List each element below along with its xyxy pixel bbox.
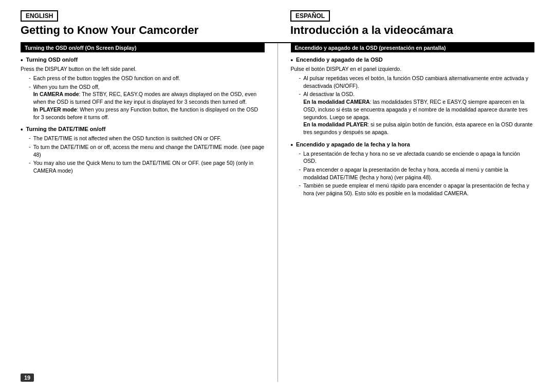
osd-dash-2: When you turn the OSD off, In CAMERA mod… bbox=[21, 83, 265, 121]
datetime-section: Turning the DATE/TIME on/off The DATE/TI… bbox=[21, 126, 265, 174]
datetime-es-dash-2-text: Para encender o apagar la presentación d… bbox=[303, 166, 534, 181]
osd-dash-2-label: When you turn the OSD off, bbox=[33, 84, 100, 90]
datetime-bullet-label: Turning the DATE/TIME on/off bbox=[26, 126, 106, 132]
datetime-es-bullet-label: Encendido y apagado de la fecha y la hor… bbox=[296, 141, 410, 147]
osd-dash-1: Each press of the button toggles the OSD… bbox=[21, 74, 265, 82]
osd-es-dash-2-label: Al desactivar la OSD. bbox=[303, 91, 355, 97]
datetime-dash-3: You may also use the Quick Menu to turn … bbox=[21, 159, 265, 174]
page-container: ENGLISH Getting to Know Your Camcorder E… bbox=[0, 0, 555, 392]
osd-es-bullet-label: Encendido y apagado de la OSD bbox=[296, 57, 383, 63]
datetime-dash-2: To turn the DATE/TIME on or off, access … bbox=[21, 143, 265, 158]
english-badge: ENGLISH bbox=[21, 10, 58, 22]
english-section-title: Getting to Know Your Camcorder bbox=[21, 24, 265, 37]
player-es-bold: En la modalidad PLAYER bbox=[303, 121, 367, 127]
camera-es-bold: En la modalidad CAMERA bbox=[303, 99, 370, 105]
osd-intro: Press the DISPLAY button on the left sid… bbox=[21, 65, 265, 73]
datetime-es-dash-3-text: También se puede emplear el menú rápido … bbox=[303, 182, 534, 197]
datetime-dash-1: The DATE/TIME is not affected when the O… bbox=[21, 135, 265, 142]
datetime-es-section: Encendido y apagado de la fecha y la hor… bbox=[291, 141, 535, 197]
header-row: ENGLISH Getting to Know Your Camcorder E… bbox=[21, 10, 534, 42]
datetime-dash-3-text: You may also use the Quick Menu to turn … bbox=[33, 159, 265, 174]
datetime-dash-1-text: The DATE/TIME is not affected when the O… bbox=[33, 135, 221, 142]
spanish-section-title: Introducción a la videocámara bbox=[290, 24, 534, 37]
osd-section: Turning OSD on/off Press the DISPLAY but… bbox=[21, 57, 265, 121]
osd-es-dash-2-text: Al desactivar la OSD. En la modalidad CA… bbox=[303, 90, 534, 136]
osd-dash-2-text: When you turn the OSD off, In CAMERA mod… bbox=[33, 83, 265, 121]
right-column: Encendido y apagado de la OSD (presentac… bbox=[278, 43, 535, 382]
osd-dash-1-text: Each press of the button toggles the OSD… bbox=[33, 74, 180, 82]
osd-es-dash-2: Al desactivar la OSD. En la modalidad CA… bbox=[291, 90, 535, 136]
left-column: Turning the OSD on/off (On Screen Displa… bbox=[21, 43, 278, 382]
left-subsection-bar: Turning the OSD on/off (On Screen Displa… bbox=[21, 43, 265, 52]
datetime-es-dash-3: También se puede emplear el menú rápido … bbox=[291, 182, 535, 197]
osd-es-bullet-title: Encendido y apagado de la OSD bbox=[291, 57, 535, 63]
osd-es-dash-1-text: Al pulsar repetidas veces el botón, la f… bbox=[303, 74, 534, 89]
two-column-content: Turning the OSD on/off (On Screen Displa… bbox=[21, 42, 534, 382]
datetime-es-bullet-title: Encendido y apagado de la fecha y la hor… bbox=[291, 141, 535, 148]
datetime-es-dash-2: Para encender o apagar la presentación d… bbox=[291, 166, 535, 181]
header-left: ENGLISH Getting to Know Your Camcorder bbox=[21, 10, 278, 42]
header-right: ESPAÑOL Introducción a la videocámara bbox=[278, 10, 534, 42]
right-subsection-bar: Encendido y apagado de la OSD (presentac… bbox=[291, 43, 535, 52]
camera-mode-bold: In CAMERA mode bbox=[33, 91, 79, 97]
page-number: 19 bbox=[21, 374, 34, 382]
osd-bullet-title: Turning OSD on/off bbox=[21, 57, 265, 63]
datetime-bullet-title: Turning the DATE/TIME on/off bbox=[21, 126, 265, 133]
datetime-es-dash-1: La presentación de fecha y hora no se ve… bbox=[291, 150, 535, 165]
datetime-es-dash-1-text: La presentación de fecha y hora no se ve… bbox=[303, 150, 534, 165]
osd-es-dash-1: Al pulsar repetidas veces el botón, la f… bbox=[291, 74, 535, 89]
datetime-dash-2-text: To turn the DATE/TIME on or off, access … bbox=[33, 143, 265, 158]
osd-es-intro: Pulse el botón DISPLAY en el panel izqui… bbox=[291, 65, 535, 73]
osd-bullet-label: Turning OSD on/off bbox=[26, 57, 78, 63]
osd-es-section: Encendido y apagado de la OSD Pulse el b… bbox=[291, 57, 535, 136]
spanish-badge: ESPAÑOL bbox=[290, 10, 330, 22]
player-mode-bold: In PLAYER mode bbox=[33, 106, 77, 113]
